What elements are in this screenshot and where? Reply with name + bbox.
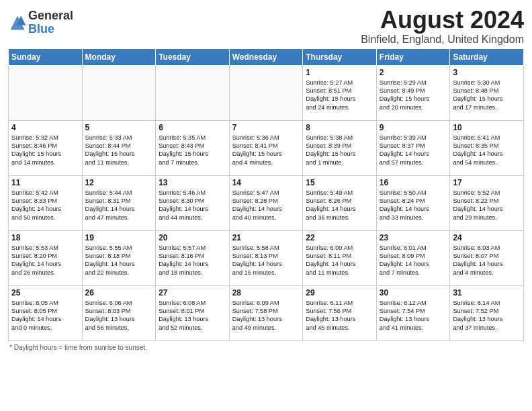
- calendar-cell: 1Sunrise: 5:27 AM Sunset: 8:51 PM Daylig…: [303, 65, 377, 120]
- day-number: 13: [159, 178, 226, 187]
- calendar-table: SundayMondayTuesdayWednesdayThursdayFrid…: [8, 48, 524, 341]
- day-info: Sunrise: 5:41 AM Sunset: 8:35 PM Dayligh…: [453, 134, 521, 167]
- day-info: Sunrise: 5:55 AM Sunset: 8:18 PM Dayligh…: [85, 244, 153, 277]
- title-block: August 2024 Binfield, England, United Ki…: [361, 7, 524, 46]
- day-info: Sunrise: 5:33 AM Sunset: 8:44 PM Dayligh…: [85, 134, 153, 167]
- day-number: 7: [232, 123, 300, 132]
- day-number: 10: [453, 123, 521, 132]
- day-info: Sunrise: 5:29 AM Sunset: 8:49 PM Dayligh…: [380, 79, 447, 112]
- day-number: 20: [159, 233, 226, 242]
- calendar-week-5: 25Sunrise: 6:05 AM Sunset: 8:05 PM Dayli…: [9, 285, 524, 340]
- day-info: Sunrise: 5:53 AM Sunset: 8:20 PM Dayligh…: [11, 244, 79, 277]
- day-info: Sunrise: 5:47 AM Sunset: 8:28 PM Dayligh…: [232, 189, 300, 222]
- day-info: Sunrise: 6:11 AM Sunset: 7:56 PM Dayligh…: [306, 299, 373, 332]
- calendar-week-3: 11Sunrise: 5:42 AM Sunset: 8:33 PM Dayli…: [9, 175, 524, 230]
- day-number: 1: [306, 68, 373, 77]
- calendar-cell: 2Sunrise: 5:29 AM Sunset: 8:49 PM Daylig…: [376, 65, 450, 120]
- calendar-week-2: 4Sunrise: 5:32 AM Sunset: 8:46 PM Daylig…: [9, 120, 524, 175]
- calendar-cell: 27Sunrise: 6:08 AM Sunset: 8:01 PM Dayli…: [156, 285, 230, 340]
- day-info: Sunrise: 6:14 AM Sunset: 7:52 PM Dayligh…: [453, 299, 521, 332]
- day-info: Sunrise: 5:38 AM Sunset: 8:39 PM Dayligh…: [306, 134, 373, 167]
- day-info: Sunrise: 6:00 AM Sunset: 8:11 PM Dayligh…: [306, 244, 373, 277]
- calendar-week-1: 1Sunrise: 5:27 AM Sunset: 8:51 PM Daylig…: [9, 65, 524, 120]
- calendar-cell: 13Sunrise: 5:46 AM Sunset: 8:30 PM Dayli…: [156, 175, 230, 230]
- calendar-cell: 11Sunrise: 5:42 AM Sunset: 8:33 PM Dayli…: [9, 175, 83, 230]
- day-info: Sunrise: 5:42 AM Sunset: 8:33 PM Dayligh…: [11, 189, 79, 222]
- day-number: 14: [232, 178, 300, 187]
- day-info: Sunrise: 5:50 AM Sunset: 8:24 PM Dayligh…: [380, 189, 447, 222]
- day-info: Sunrise: 5:27 AM Sunset: 8:51 PM Dayligh…: [306, 79, 373, 112]
- day-number: 17: [453, 178, 521, 187]
- col-header-saturday: Saturday: [450, 48, 524, 65]
- day-number: 30: [380, 288, 447, 298]
- day-number: 3: [453, 68, 521, 77]
- calendar-cell: 21Sunrise: 5:58 AM Sunset: 8:13 PM Dayli…: [229, 230, 303, 285]
- day-number: 6: [159, 123, 226, 132]
- day-number: 15: [306, 178, 373, 187]
- calendar-cell: 6Sunrise: 5:35 AM Sunset: 8:43 PM Daylig…: [156, 120, 230, 175]
- day-info: Sunrise: 5:30 AM Sunset: 8:48 PM Dayligh…: [453, 79, 521, 112]
- logo: General Blue: [8, 9, 73, 36]
- calendar-cell: 12Sunrise: 5:44 AM Sunset: 8:31 PM Dayli…: [82, 175, 156, 230]
- calendar-cell: 9Sunrise: 5:39 AM Sunset: 8:37 PM Daylig…: [376, 120, 450, 175]
- calendar-cell: 20Sunrise: 5:57 AM Sunset: 8:16 PM Dayli…: [156, 230, 230, 285]
- day-number: 18: [11, 233, 79, 242]
- logo-general: General: [28, 9, 73, 23]
- calendar-week-4: 18Sunrise: 5:53 AM Sunset: 8:20 PM Dayli…: [9, 230, 524, 285]
- day-info: Sunrise: 5:39 AM Sunset: 8:37 PM Dayligh…: [380, 134, 447, 167]
- calendar-cell: 24Sunrise: 6:03 AM Sunset: 8:07 PM Dayli…: [450, 230, 524, 285]
- calendar-cell: 19Sunrise: 5:55 AM Sunset: 8:18 PM Dayli…: [82, 230, 156, 285]
- calendar-cell: [229, 65, 303, 120]
- calendar-cell: 25Sunrise: 6:05 AM Sunset: 8:05 PM Dayli…: [9, 285, 83, 340]
- calendar-cell: 18Sunrise: 5:53 AM Sunset: 8:20 PM Dayli…: [9, 230, 83, 285]
- calendar-cell: 15Sunrise: 5:49 AM Sunset: 8:26 PM Dayli…: [303, 175, 377, 230]
- calendar-cell: 30Sunrise: 6:12 AM Sunset: 7:54 PM Dayli…: [376, 285, 450, 340]
- col-header-sunday: Sunday: [9, 48, 83, 65]
- day-number: 25: [11, 288, 79, 298]
- day-info: Sunrise: 5:49 AM Sunset: 8:26 PM Dayligh…: [306, 189, 373, 222]
- col-header-wednesday: Wednesday: [229, 48, 303, 65]
- day-number: 23: [380, 233, 447, 242]
- footer-note: * Daylight hours = time from sunrise to …: [8, 344, 524, 351]
- calendar-cell: 14Sunrise: 5:47 AM Sunset: 8:28 PM Dayli…: [229, 175, 303, 230]
- logo-text: General Blue: [28, 9, 73, 36]
- col-header-friday: Friday: [376, 48, 450, 65]
- day-number: 31: [453, 288, 521, 298]
- day-info: Sunrise: 6:03 AM Sunset: 8:07 PM Dayligh…: [453, 244, 521, 277]
- day-number: 9: [380, 123, 447, 132]
- day-info: Sunrise: 5:36 AM Sunset: 8:41 PM Dayligh…: [232, 134, 300, 167]
- col-header-tuesday: Tuesday: [156, 48, 230, 65]
- col-header-thursday: Thursday: [303, 48, 377, 65]
- calendar-cell: 28Sunrise: 6:09 AM Sunset: 7:58 PM Dayli…: [229, 285, 303, 340]
- day-number: 11: [11, 178, 79, 187]
- calendar-title: August 2024: [361, 7, 524, 34]
- calendar-cell: 29Sunrise: 6:11 AM Sunset: 7:56 PM Dayli…: [303, 285, 377, 340]
- day-info: Sunrise: 6:05 AM Sunset: 8:05 PM Dayligh…: [11, 299, 79, 332]
- calendar-cell: 26Sunrise: 6:06 AM Sunset: 8:03 PM Dayli…: [82, 285, 156, 340]
- page-container: General Blue August 2024 Binfield, Engla…: [0, 0, 532, 355]
- day-info: Sunrise: 5:32 AM Sunset: 8:46 PM Dayligh…: [11, 134, 79, 167]
- day-number: 26: [85, 288, 153, 298]
- day-number: 5: [85, 123, 153, 132]
- calendar-header-row: SundayMondayTuesdayWednesdayThursdayFrid…: [9, 48, 524, 65]
- calendar-cell: 3Sunrise: 5:30 AM Sunset: 8:48 PM Daylig…: [450, 65, 524, 120]
- day-number: 21: [232, 233, 300, 242]
- day-number: 4: [11, 123, 79, 132]
- logo-icon: [8, 13, 27, 32]
- col-header-monday: Monday: [82, 48, 156, 65]
- calendar-subtitle: Binfield, England, United Kingdom: [361, 34, 524, 46]
- day-number: 16: [380, 178, 447, 187]
- day-info: Sunrise: 6:06 AM Sunset: 8:03 PM Dayligh…: [85, 299, 153, 332]
- day-info: Sunrise: 6:12 AM Sunset: 7:54 PM Dayligh…: [380, 299, 447, 332]
- day-number: 19: [85, 233, 153, 242]
- calendar-cell: [9, 65, 83, 120]
- calendar-cell: 7Sunrise: 5:36 AM Sunset: 8:41 PM Daylig…: [229, 120, 303, 175]
- calendar-cell: 10Sunrise: 5:41 AM Sunset: 8:35 PM Dayli…: [450, 120, 524, 175]
- day-number: 27: [159, 288, 226, 298]
- calendar-cell: 17Sunrise: 5:52 AM Sunset: 8:22 PM Dayli…: [450, 175, 524, 230]
- logo-blue: Blue: [28, 23, 73, 36]
- calendar-cell: 8Sunrise: 5:38 AM Sunset: 8:39 PM Daylig…: [303, 120, 377, 175]
- day-number: 28: [232, 288, 300, 298]
- calendar-cell: 5Sunrise: 5:33 AM Sunset: 8:44 PM Daylig…: [82, 120, 156, 175]
- day-info: Sunrise: 5:46 AM Sunset: 8:30 PM Dayligh…: [159, 189, 226, 222]
